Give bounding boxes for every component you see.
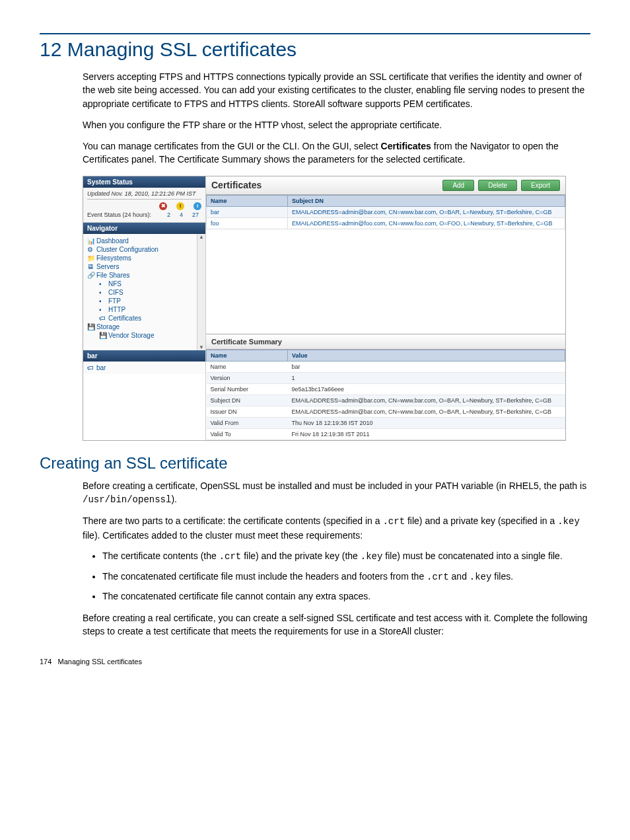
event-status-label: Event Status (24 hours): (87, 211, 151, 218)
certificates-table: Name Subject DN barEMAILADDRESS=admin@ba… (206, 195, 565, 229)
summary-col-value: Value (288, 350, 565, 361)
add-button[interactable]: Add (442, 180, 474, 191)
nav-vendor-storage[interactable]: 💾Vendor Storage (85, 331, 204, 340)
list-item: The concatenated certificate file must i… (102, 570, 590, 584)
summary-row: Subject DNEMAILADDRESS=admin@bar.com, CN… (207, 395, 565, 406)
list-item: The concatenated certificate file cannot… (102, 590, 590, 603)
disk-icon: 💾 (87, 323, 94, 330)
summary-row: Valid ToFri Nov 18 12:19:38 IST 2011 (207, 428, 565, 439)
nav-certificates[interactable]: 🏷Certificates (85, 314, 204, 323)
page-footer: 174 Managing SSL certificates (40, 658, 590, 666)
certificates-title: Certificates (211, 180, 262, 190)
nav-http[interactable]: ▪HTTP (85, 305, 204, 314)
protocol-icon: ▪ (99, 280, 106, 287)
nav-cifs[interactable]: ▪CIFS (85, 288, 204, 297)
summary-row: Valid FromThu Nov 18 12:19:38 IST 2010 (207, 417, 565, 428)
event-count-error[interactable]: 2 (167, 211, 170, 218)
certificate-icon: 🏷 (87, 364, 94, 371)
footer-label: Managing SSL certificates (58, 658, 142, 666)
selected-item[interactable]: 🏷bar (83, 362, 205, 374)
status-updated: Updated Nov. 18, 2010, 12:21:26 PM IST (87, 190, 201, 200)
scroll-down-icon[interactable]: ▼ (199, 344, 204, 350)
sec2-p3: Before creating a real certificate, you … (83, 611, 590, 638)
summary-row: Serial Number9e5a13bc17a66eee (207, 383, 565, 395)
nav-cluster-config[interactable]: ⚙Cluster Configuration (85, 245, 204, 254)
summary-col-name: Name (207, 350, 288, 361)
share-icon: 🔗 (87, 272, 94, 278)
intro-p3: You can manage certificates from the GUI… (83, 139, 590, 167)
export-button[interactable]: Export (521, 180, 560, 191)
error-icon: ✖ (159, 202, 167, 210)
navigator-tree[interactable]: 📊Dashboard ⚙Cluster Configuration 📁Files… (83, 234, 205, 350)
summary-row: Issuer DNEMAILADDRESS=admin@bar.com, CN=… (207, 406, 565, 417)
delete-button[interactable]: Delete (478, 180, 517, 191)
event-count-info[interactable]: 27 (192, 211, 199, 218)
cert-row[interactable]: barEMAILADDRESS=admin@bar.com, CN=www.ba… (207, 206, 565, 217)
nav-storage[interactable]: 💾Storage (85, 323, 204, 331)
summary-row: Version1 (207, 372, 565, 383)
protocol-icon: ▪ (99, 289, 106, 295)
summary-title: Certificate Summary (206, 334, 565, 350)
summary-table: Name Value Namebar Version1 Serial Numbe… (206, 350, 565, 440)
gui-screenshot: System Status Updated Nov. 18, 2010, 12:… (83, 176, 566, 441)
chart-icon: 📊 (87, 237, 94, 244)
cert-row[interactable]: fooEMAILADDRESS=admin@foo.com, CN=www.fo… (207, 217, 565, 229)
navigator-header: Navigator (83, 223, 205, 234)
sec2-p1: Before creating a certificate, OpenSSL m… (83, 479, 590, 507)
event-count-warn[interactable]: 4 (180, 211, 183, 218)
nav-ftp[interactable]: ▪FTP (85, 297, 204, 305)
nav-servers[interactable]: 🖥Servers (85, 262, 204, 271)
sec2-p2: There are two parts to a certificate: th… (83, 514, 590, 542)
protocol-icon: ▪ (99, 306, 106, 313)
info-icon: i (193, 202, 201, 210)
chapter-heading: 12 Managing SSL certificates (40, 38, 590, 61)
nav-nfs[interactable]: ▪NFS (85, 280, 204, 288)
intro-p2: When you configure the FTP share or the … (83, 118, 590, 132)
chapter-number: 12 (40, 38, 61, 60)
scroll-up-icon[interactable]: ▲ (199, 234, 204, 240)
nav-filesystems[interactable]: 📁Filesystems (85, 254, 204, 262)
summary-row: Namebar (207, 361, 565, 372)
nav-file-shares[interactable]: 🔗File Shares (85, 271, 204, 280)
chapter-title: Managing SSL certificates (67, 38, 297, 60)
selected-panel-header: bar (83, 350, 205, 362)
col-name[interactable]: Name (207, 195, 288, 206)
warning-icon: ! (176, 202, 184, 210)
system-status-header: System Status (83, 176, 205, 188)
protocol-icon: ▪ (99, 297, 106, 304)
page-number: 174 (40, 658, 52, 666)
server-icon: 🖥 (87, 263, 94, 270)
section-heading: Creating an SSL certificate (40, 454, 590, 473)
chapter-rule (40, 33, 590, 34)
disk-icon: 💾 (99, 332, 106, 338)
col-subject[interactable]: Subject DN (288, 195, 565, 206)
certificate-icon: 🏷 (99, 315, 106, 321)
nav-dashboard[interactable]: 📊Dashboard (85, 237, 204, 245)
requirements-list: The certificate contents (the .crt file)… (83, 550, 590, 603)
intro-p1: Servers accepting FTPS and HTTPS connect… (83, 70, 590, 110)
gear-icon: ⚙ (87, 246, 94, 252)
nav-scrollbar[interactable]: ▲▼ (197, 234, 205, 350)
folder-icon: 📁 (87, 254, 94, 261)
list-item: The certificate contents (the .crt file)… (102, 550, 590, 564)
